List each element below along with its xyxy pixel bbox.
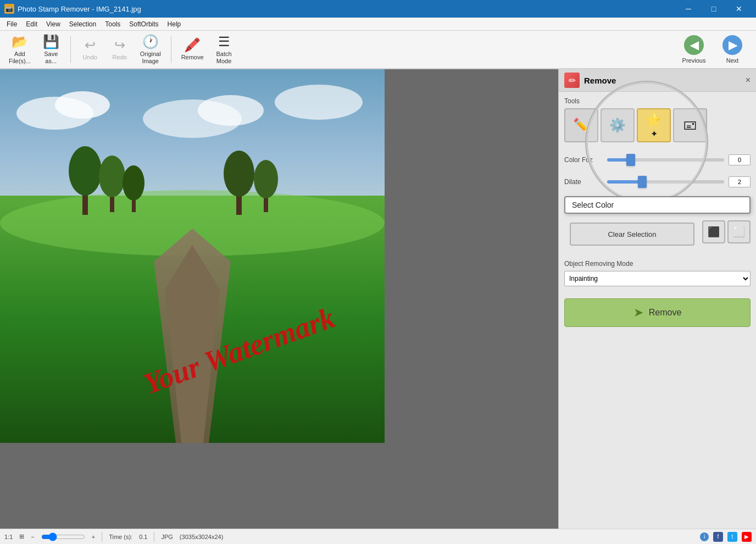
app-icon: 📷	[4, 4, 14, 14]
toolbox-icon: ✏	[564, 73, 580, 88]
wand-icon: ✦	[651, 129, 658, 139]
select-all-icon: ⬛	[708, 226, 720, 238]
minimize-button[interactable]: ─	[676, 0, 701, 18]
title-bar-left: 📷 Photo Stamp Remover - IMG_2141.jpg	[4, 4, 141, 14]
menu-softorbits[interactable]: SoftOrbits	[125, 19, 163, 29]
close-button[interactable]: ✕	[726, 0, 752, 18]
menu-edit[interactable]: Edit	[21, 19, 42, 29]
tools-row: ✏️ ⚙️ ⭐ ✦ 🖃	[564, 108, 751, 142]
toolbar-separator-1	[70, 36, 71, 63]
file-dimensions: (3035x3024x24)	[180, 534, 224, 540]
status-separator	[102, 532, 102, 542]
dilate-section: Dilate	[559, 174, 756, 196]
twitter-icon[interactable]: t	[727, 532, 737, 542]
svg-point-13	[99, 156, 125, 197]
original-image-label: OriginalImage	[140, 51, 161, 65]
zoom-level: 1:1	[4, 534, 13, 540]
menu-tools[interactable]: Tools	[101, 19, 125, 29]
dilate-label: Dilate	[564, 178, 603, 186]
color-dilate-icon: ⚙️	[609, 118, 626, 133]
stamp-tool-button[interactable]: 🖃	[673, 108, 707, 142]
batch-mode-label: BatchMode	[216, 51, 232, 65]
toolbox-title: Remove	[584, 76, 616, 85]
remove-action-label: Remove	[649, 308, 682, 318]
remove-action-button[interactable]: ➤ Remove	[564, 298, 751, 327]
zoom-plus[interactable]: +	[92, 534, 95, 540]
clear-selection-button[interactable]: Clear Selection	[570, 223, 694, 246]
next-button[interactable]: ▶ Next	[713, 31, 752, 68]
menu-selection[interactable]: Selection	[65, 19, 101, 29]
menu-view[interactable]: View	[42, 19, 65, 29]
color-fuz-track[interactable]	[607, 158, 724, 162]
nav-area: ◀ Previous ▶ Next	[675, 31, 752, 68]
magic-wand-icon: ⭐	[646, 112, 662, 127]
save-as-icon: 💾	[43, 34, 59, 49]
batch-mode-button[interactable]: ☰ BatchMode	[210, 34, 238, 65]
toolbox-title-row: ✏ Remove	[564, 73, 616, 88]
color-fuz-input[interactable]	[729, 154, 751, 165]
color-fuz-section: Color Fuz	[559, 152, 756, 174]
menu-file[interactable]: File	[2, 19, 21, 29]
window-controls[interactable]: ─ □ ✕	[676, 0, 752, 18]
magic-wand-tool-button[interactable]: ⭐ ✦	[637, 108, 671, 142]
info-icon[interactable]: i	[700, 532, 709, 541]
dilate-input[interactable]	[729, 176, 751, 187]
undo-label: Undo	[83, 54, 97, 61]
object-removing-mode-label: Object Removing Mode	[564, 260, 751, 268]
svg-point-2	[55, 91, 110, 119]
add-files-label: AddFile(s)...	[9, 51, 31, 65]
title-bar: 📷 Photo Stamp Remover - IMG_2141.jpg ─ □…	[0, 0, 756, 18]
maximize-button[interactable]: □	[701, 0, 726, 18]
zoom-minus[interactable]: −	[31, 534, 34, 540]
select-all-button[interactable]: ⬛	[702, 220, 725, 243]
save-as-button[interactable]: 💾 Saveas...	[37, 34, 65, 65]
main-area: Your Watermark ✏ Remove × Tools ✏️ ⚙️ ⭐	[0, 69, 756, 529]
time-label: Time (s):	[109, 534, 132, 540]
redo-button[interactable]: ↪ Redo	[106, 34, 134, 65]
window-title: Photo Stamp Remover - IMG_2141.jpg	[18, 5, 141, 13]
zoom-slider[interactable]	[41, 532, 85, 541]
tools-section: Tools ✏️ ⚙️ ⭐ ✦ 🖃	[559, 92, 756, 148]
toolbox-close-button[interactable]: ×	[746, 75, 751, 85]
next-label: Next	[726, 57, 739, 64]
invert-selection-button[interactable]: ⬜	[727, 220, 751, 243]
original-image-icon: 🕐	[142, 34, 159, 49]
remove-label: Remove	[181, 54, 204, 61]
color-fuz-row: Color Fuz	[564, 154, 751, 165]
stamp-icon: 🖃	[683, 118, 697, 133]
status-right: i f t ▶	[700, 532, 752, 542]
menu-bar: File Edit View Selection Tools SoftOrbit…	[0, 18, 756, 31]
previous-button[interactable]: ◀ Previous	[675, 31, 713, 68]
selection-row: Clear Selection ⬛ ⬜	[559, 218, 756, 250]
undo-icon: ↩	[85, 37, 96, 53]
dilate-row: Dilate	[564, 176, 751, 187]
dilate-track[interactable]	[607, 180, 724, 184]
dilate-thumb[interactable]	[638, 176, 647, 188]
add-files-button[interactable]: 📂 AddFile(s)...	[4, 34, 35, 65]
original-image-button[interactable]: 🕐 OriginalImage	[136, 34, 165, 65]
svg-point-4	[198, 95, 264, 126]
dilate-fill	[607, 180, 642, 184]
time-value: 0.1	[139, 534, 147, 540]
undo-button[interactable]: ↩ Undo	[76, 34, 104, 65]
remove-icon: 🖍️	[184, 37, 201, 53]
status-bar: 1:1 ⊞ − + Time (s): 0.1 JPG (3035x3024x2…	[0, 529, 756, 544]
color-fuz-thumb[interactable]	[626, 154, 635, 166]
image-area[interactable]: Your Watermark	[0, 69, 558, 529]
facebook-icon[interactable]: f	[713, 532, 723, 542]
menu-help[interactable]: Help	[163, 19, 186, 29]
mode-select[interactable]: Inpainting Smart Fill Blur	[564, 271, 751, 286]
youtube-icon[interactable]: ▶	[742, 532, 752, 542]
pencil-tool-button[interactable]: ✏️	[564, 108, 598, 142]
pencil-icon: ✏️	[573, 118, 590, 133]
zoom-icon: ⊞	[19, 533, 24, 540]
landscape-image: Your Watermark	[0, 69, 385, 443]
object-removing-mode-section: Object Removing Mode Inpainting Smart Fi…	[559, 254, 756, 292]
redo-icon: ↪	[114, 37, 125, 53]
remove-action-icon: ➤	[633, 306, 643, 320]
color-dilate-tool-button[interactable]: ⚙️	[601, 108, 635, 142]
remove-button-toolbar[interactable]: 🖍️ Remove	[177, 34, 208, 65]
invert-selection-icon: ⬜	[733, 226, 745, 238]
svg-point-17	[224, 151, 254, 197]
toolbox-header: ✏ Remove ×	[559, 69, 756, 92]
